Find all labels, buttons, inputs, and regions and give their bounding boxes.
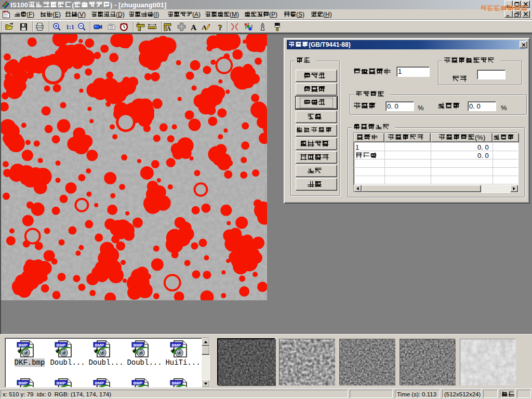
svg-text:(GB/T9441-88): (GB/T9441-88)	[309, 41, 351, 48]
svg-text:(H): (H)	[323, 11, 332, 18]
svg-text:(S): (S)	[296, 11, 304, 18]
svg-text:(: (	[72, 1, 74, 9]
svg-text:(D): (D)	[116, 11, 125, 18]
svg-text:?: ?	[218, 23, 222, 32]
svg-text:BMP: BMP	[19, 381, 28, 385]
svg-text:BMP: BMP	[172, 343, 181, 348]
svg-text:BMP: BMP	[19, 343, 28, 348]
svg-text:%: %	[418, 104, 424, 112]
svg-text:(V): (V)	[77, 11, 86, 18]
svg-text:%: %	[501, 104, 507, 112]
svg-text:0. 0: 0. 0	[477, 143, 489, 151]
svg-text:BMP: BMP	[134, 343, 143, 348]
svg-text:(M): (M)	[230, 11, 239, 18]
svg-text:(F): (F)	[26, 11, 34, 18]
svg-text:BMP: BMP	[95, 343, 104, 348]
svg-text:BMP: BMP	[95, 381, 104, 385]
svg-text:) - [zhuguangti01]: ) - [zhuguangti01]	[110, 1, 166, 9]
svg-text:3: 3	[251, 24, 253, 28]
svg-text:1:1: 1:1	[66, 23, 74, 31]
svg-text:BMP: BMP	[134, 381, 143, 385]
svg-text:BMP: BMP	[57, 343, 66, 348]
svg-text:1: 1	[355, 143, 359, 151]
svg-text:BMP: BMP	[57, 381, 66, 385]
svg-text:1: 1	[245, 25, 247, 29]
svg-text:0. 0: 0. 0	[477, 152, 489, 159]
svg-text:(E): (E)	[52, 11, 61, 18]
svg-text:IS100: IS100	[10, 1, 28, 9]
svg-text:A: A	[191, 23, 197, 32]
svg-text:A: A	[167, 25, 171, 32]
svg-text:(%): (%)	[475, 134, 485, 141]
svg-text:2: 2	[247, 22, 249, 26]
svg-text:BMP: BMP	[172, 381, 181, 385]
svg-text:(A): (A)	[192, 11, 201, 18]
svg-text:(I): (I)	[153, 11, 159, 18]
svg-text:(P): (P)	[269, 11, 277, 18]
